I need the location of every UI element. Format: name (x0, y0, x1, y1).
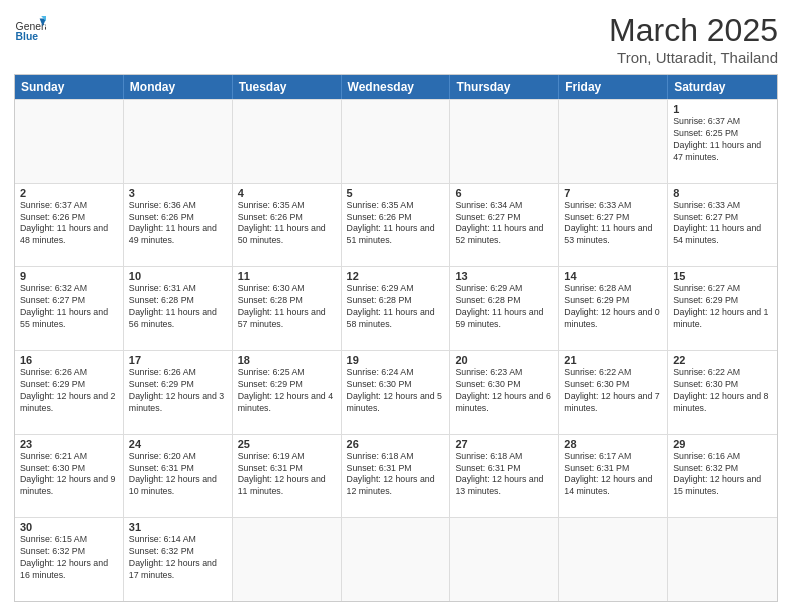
day-info: Sunrise: 6:31 AM Sunset: 6:28 PM Dayligh… (129, 283, 227, 331)
page: General Blue March 2025 Tron, Uttaradit,… (0, 0, 792, 612)
calendar-cell-0-4 (450, 100, 559, 183)
day-info: Sunrise: 6:33 AM Sunset: 6:27 PM Dayligh… (564, 200, 662, 248)
day-info: Sunrise: 6:15 AM Sunset: 6:32 PM Dayligh… (20, 534, 118, 582)
calendar-cell-2-1: 10Sunrise: 6:31 AM Sunset: 6:28 PM Dayli… (124, 267, 233, 350)
day-info: Sunrise: 6:24 AM Sunset: 6:30 PM Dayligh… (347, 367, 445, 415)
header-sunday: Sunday (15, 75, 124, 99)
header-thursday: Thursday (450, 75, 559, 99)
calendar-cell-3-3: 19Sunrise: 6:24 AM Sunset: 6:30 PM Dayli… (342, 351, 451, 434)
day-number: 1 (673, 103, 772, 115)
calendar-cell-1-0: 2Sunrise: 6:37 AM Sunset: 6:26 PM Daylig… (15, 184, 124, 267)
day-number: 8 (673, 187, 772, 199)
day-info: Sunrise: 6:30 AM Sunset: 6:28 PM Dayligh… (238, 283, 336, 331)
calendar-cell-3-4: 20Sunrise: 6:23 AM Sunset: 6:30 PM Dayli… (450, 351, 559, 434)
calendar-cell-1-4: 6Sunrise: 6:34 AM Sunset: 6:27 PM Daylig… (450, 184, 559, 267)
day-info: Sunrise: 6:26 AM Sunset: 6:29 PM Dayligh… (129, 367, 227, 415)
calendar-cell-2-0: 9Sunrise: 6:32 AM Sunset: 6:27 PM Daylig… (15, 267, 124, 350)
day-info: Sunrise: 6:23 AM Sunset: 6:30 PM Dayligh… (455, 367, 553, 415)
day-number: 16 (20, 354, 118, 366)
calendar-cell-3-5: 21Sunrise: 6:22 AM Sunset: 6:30 PM Dayli… (559, 351, 668, 434)
day-info: Sunrise: 6:22 AM Sunset: 6:30 PM Dayligh… (673, 367, 772, 415)
calendar-row-3: 16Sunrise: 6:26 AM Sunset: 6:29 PM Dayli… (15, 350, 777, 434)
day-number: 24 (129, 438, 227, 450)
calendar-cell-2-5: 14Sunrise: 6:28 AM Sunset: 6:29 PM Dayli… (559, 267, 668, 350)
day-info: Sunrise: 6:34 AM Sunset: 6:27 PM Dayligh… (455, 200, 553, 248)
calendar-cell-4-2: 25Sunrise: 6:19 AM Sunset: 6:31 PM Dayli… (233, 435, 342, 518)
day-info: Sunrise: 6:17 AM Sunset: 6:31 PM Dayligh… (564, 451, 662, 499)
day-number: 30 (20, 521, 118, 533)
svg-text:Blue: Blue (16, 31, 39, 42)
header: General Blue March 2025 Tron, Uttaradit,… (14, 12, 778, 66)
day-number: 17 (129, 354, 227, 366)
calendar-cell-3-2: 18Sunrise: 6:25 AM Sunset: 6:29 PM Dayli… (233, 351, 342, 434)
calendar-cell-4-4: 27Sunrise: 6:18 AM Sunset: 6:31 PM Dayli… (450, 435, 559, 518)
day-number: 23 (20, 438, 118, 450)
day-info: Sunrise: 6:35 AM Sunset: 6:26 PM Dayligh… (347, 200, 445, 248)
calendar-cell-2-6: 15Sunrise: 6:27 AM Sunset: 6:29 PM Dayli… (668, 267, 777, 350)
calendar-cell-0-5 (559, 100, 668, 183)
calendar-cell-4-6: 29Sunrise: 6:16 AM Sunset: 6:32 PM Dayli… (668, 435, 777, 518)
day-number: 18 (238, 354, 336, 366)
day-number: 21 (564, 354, 662, 366)
day-number: 25 (238, 438, 336, 450)
day-info: Sunrise: 6:29 AM Sunset: 6:28 PM Dayligh… (347, 283, 445, 331)
calendar-cell-5-0: 30Sunrise: 6:15 AM Sunset: 6:32 PM Dayli… (15, 518, 124, 601)
logo: General Blue (14, 12, 46, 44)
calendar-cell-3-6: 22Sunrise: 6:22 AM Sunset: 6:30 PM Dayli… (668, 351, 777, 434)
calendar-row-1: 2Sunrise: 6:37 AM Sunset: 6:26 PM Daylig… (15, 183, 777, 267)
day-info: Sunrise: 6:22 AM Sunset: 6:30 PM Dayligh… (564, 367, 662, 415)
calendar-cell-3-1: 17Sunrise: 6:26 AM Sunset: 6:29 PM Dayli… (124, 351, 233, 434)
day-number: 11 (238, 270, 336, 282)
calendar-cell-5-2 (233, 518, 342, 601)
title-block: March 2025 Tron, Uttaradit, Thailand (609, 12, 778, 66)
day-number: 10 (129, 270, 227, 282)
calendar-cell-1-1: 3Sunrise: 6:36 AM Sunset: 6:26 PM Daylig… (124, 184, 233, 267)
calendar-cell-5-4 (450, 518, 559, 601)
day-number: 2 (20, 187, 118, 199)
day-number: 14 (564, 270, 662, 282)
calendar-cell-0-2 (233, 100, 342, 183)
day-info: Sunrise: 6:14 AM Sunset: 6:32 PM Dayligh… (129, 534, 227, 582)
day-number: 7 (564, 187, 662, 199)
day-info: Sunrise: 6:20 AM Sunset: 6:31 PM Dayligh… (129, 451, 227, 499)
header-tuesday: Tuesday (233, 75, 342, 99)
day-info: Sunrise: 6:27 AM Sunset: 6:29 PM Dayligh… (673, 283, 772, 331)
calendar-cell-0-6: 1Sunrise: 6:37 AM Sunset: 6:25 PM Daylig… (668, 100, 777, 183)
calendar-cell-2-2: 11Sunrise: 6:30 AM Sunset: 6:28 PM Dayli… (233, 267, 342, 350)
day-info: Sunrise: 6:18 AM Sunset: 6:31 PM Dayligh… (455, 451, 553, 499)
day-number: 20 (455, 354, 553, 366)
day-number: 9 (20, 270, 118, 282)
calendar-cell-2-4: 13Sunrise: 6:29 AM Sunset: 6:28 PM Dayli… (450, 267, 559, 350)
calendar-cell-5-3 (342, 518, 451, 601)
calendar-row-2: 9Sunrise: 6:32 AM Sunset: 6:27 PM Daylig… (15, 266, 777, 350)
calendar-cell-1-3: 5Sunrise: 6:35 AM Sunset: 6:26 PM Daylig… (342, 184, 451, 267)
calendar-cell-1-2: 4Sunrise: 6:35 AM Sunset: 6:26 PM Daylig… (233, 184, 342, 267)
calendar: Sunday Monday Tuesday Wednesday Thursday… (14, 74, 778, 602)
day-number: 12 (347, 270, 445, 282)
day-info: Sunrise: 6:21 AM Sunset: 6:30 PM Dayligh… (20, 451, 118, 499)
calendar-header: Sunday Monday Tuesday Wednesday Thursday… (15, 75, 777, 99)
day-number: 15 (673, 270, 772, 282)
calendar-cell-5-6 (668, 518, 777, 601)
day-number: 29 (673, 438, 772, 450)
day-info: Sunrise: 6:32 AM Sunset: 6:27 PM Dayligh… (20, 283, 118, 331)
calendar-cell-0-3 (342, 100, 451, 183)
calendar-cell-4-3: 26Sunrise: 6:18 AM Sunset: 6:31 PM Dayli… (342, 435, 451, 518)
calendar-cell-0-1 (124, 100, 233, 183)
day-number: 4 (238, 187, 336, 199)
day-number: 3 (129, 187, 227, 199)
calendar-cell-3-0: 16Sunrise: 6:26 AM Sunset: 6:29 PM Dayli… (15, 351, 124, 434)
day-info: Sunrise: 6:26 AM Sunset: 6:29 PM Dayligh… (20, 367, 118, 415)
header-saturday: Saturday (668, 75, 777, 99)
calendar-cell-2-3: 12Sunrise: 6:29 AM Sunset: 6:28 PM Dayli… (342, 267, 451, 350)
day-number: 13 (455, 270, 553, 282)
header-monday: Monday (124, 75, 233, 99)
calendar-cell-0-0 (15, 100, 124, 183)
day-number: 27 (455, 438, 553, 450)
generalblue-logo-icon: General Blue (14, 12, 46, 44)
calendar-cell-5-5 (559, 518, 668, 601)
calendar-cell-1-5: 7Sunrise: 6:33 AM Sunset: 6:27 PM Daylig… (559, 184, 668, 267)
day-info: Sunrise: 6:37 AM Sunset: 6:26 PM Dayligh… (20, 200, 118, 248)
day-number: 28 (564, 438, 662, 450)
day-number: 31 (129, 521, 227, 533)
